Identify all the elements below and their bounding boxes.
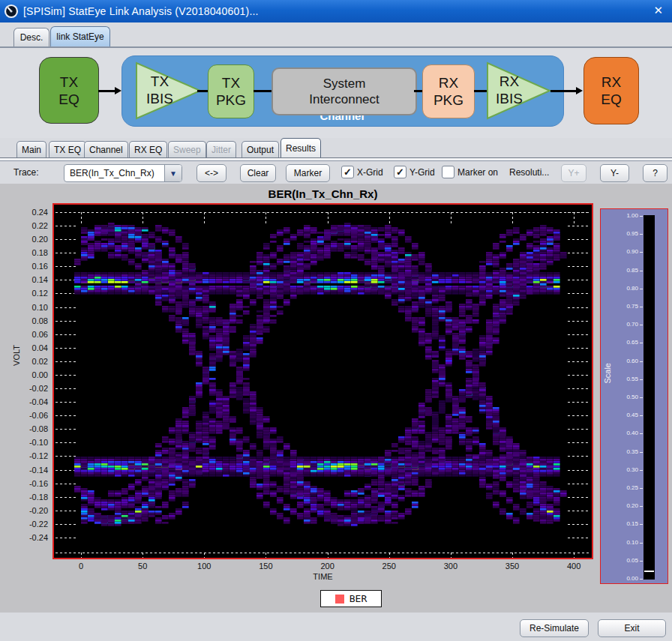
x-tick-label: 350	[496, 562, 529, 571]
y-grid-label: Y-Grid	[410, 167, 435, 178]
scale-tick-mark	[640, 343, 643, 343]
eye-diagram-plot[interactable]	[52, 203, 593, 559]
x-tick-label: 400	[557, 562, 590, 571]
scale-tick-label: 0.75	[613, 303, 638, 310]
legend-label: BER	[350, 593, 367, 604]
scale-tick-mark	[640, 379, 643, 380]
scale-tick-label: 0.10	[613, 539, 638, 546]
scale-tick-mark	[640, 252, 643, 253]
scale-tick-mark	[640, 216, 643, 217]
y-tick-label: 0.18	[15, 248, 48, 257]
marker-on-checkbox[interactable]	[442, 166, 454, 178]
tab-tx-eq[interactable]: TX EQ	[49, 141, 86, 157]
scale-tick-label: 0.25	[613, 484, 638, 491]
link-diagram: TXEQ Channel TXIBIS TXPKG SystemIntercon…	[0, 48, 672, 138]
top-tab-bar: Desc. link StatEye	[0, 22, 672, 46]
tab-link-stateye[interactable]: link StatEye	[50, 26, 110, 46]
marker-on-label: Marker on	[458, 167, 498, 178]
x-tick-label: 50	[126, 562, 159, 571]
y-tick-label: -0.10	[15, 438, 48, 447]
y-axis-title: VOLT	[12, 345, 21, 366]
tab-output[interactable]: Output	[242, 141, 279, 157]
scale-tick-label: 0.65	[613, 339, 638, 346]
y-tick-label: 0.12	[15, 289, 48, 298]
scale-tick-mark	[640, 307, 643, 307]
tab-results[interactable]: Results	[280, 138, 321, 157]
scale-tick-mark	[640, 524, 643, 525]
tab-channel[interactable]: Channel	[84, 141, 128, 157]
scale-tick-mark	[640, 579, 643, 580]
y-tick-label: 0.08	[15, 316, 48, 325]
scale-tick-label: 0.00	[613, 575, 638, 582]
y-tick-label: 0.24	[15, 208, 48, 217]
scale-tick-label: 0.90	[613, 248, 638, 255]
y-tick-label: -0.16	[15, 479, 48, 488]
y-minus-button[interactable]: Y-	[600, 164, 629, 182]
scale-tick-mark	[640, 506, 643, 507]
scale-tick-label: 0.95	[613, 230, 638, 237]
tab-sweep: Sweep	[168, 141, 206, 157]
clear-button[interactable]: Clear	[240, 164, 276, 182]
y-tick-label: 0.22	[15, 221, 48, 230]
y-tick-label: -0.20	[15, 506, 48, 515]
scale-tick-label: 0.50	[613, 394, 638, 400]
y-tick-label: -0.08	[15, 424, 48, 433]
plot-title: BER(In_Tx_Chn_Rx)	[52, 187, 593, 200]
scale-tick-label: 1.00	[613, 212, 638, 219]
y-tick-label: -0.04	[15, 397, 48, 406]
block-tx-ibis-label: TXIBIS	[138, 73, 182, 107]
resolution-label: Resoluti...	[509, 167, 549, 178]
scale-tick-label: 0.40	[613, 430, 638, 436]
x-tick-label: 300	[434, 562, 467, 571]
swap-button[interactable]: <->	[196, 164, 226, 182]
x-grid-checkbox[interactable]: ✓	[341, 166, 354, 178]
block-tx-eq: TXEQ	[39, 57, 99, 124]
exit-button[interactable]: Exit	[598, 619, 666, 637]
y-tick-label: 0.06	[15, 330, 48, 339]
scale-marker[interactable]	[644, 571, 654, 572]
y-tick-label: -0.02	[15, 384, 48, 393]
tab-main[interactable]: Main	[16, 141, 46, 157]
block-rx-ibis-label: RXIBIS	[488, 73, 531, 107]
tab-rx-eq[interactable]: RX EQ	[129, 141, 167, 157]
marker-button[interactable]: Marker	[286, 164, 330, 182]
scale-tick-mark	[640, 234, 643, 235]
scale-tick-label: 0.45	[613, 412, 638, 418]
y-tick-label: -0.24	[15, 533, 48, 542]
help-button[interactable]: ?	[643, 164, 668, 182]
app-logo-icon	[4, 4, 19, 19]
arrowhead-txeq-channel	[115, 87, 122, 94]
window-title: [SPISim] StatEye Link Analysis (V2018040…	[23, 5, 259, 17]
y-grid-checkbox[interactable]: ✓	[394, 166, 406, 178]
plot-panel: BER(In_Tx_Chn_Rx) 0.240.220.200.180.160.…	[0, 184, 672, 613]
arrow-channel-rxeq	[550, 90, 578, 92]
scale-tick-label: 0.85	[613, 267, 638, 274]
scale-tick-mark	[640, 543, 643, 544]
scale-tick-label: 0.80	[613, 285, 638, 292]
scale-bar[interactable]	[644, 215, 655, 580]
scale-tick-mark	[640, 415, 643, 416]
chevron-down-icon[interactable]: ▼	[164, 165, 182, 181]
bottom-bar: Re-Simulate Exit	[0, 613, 672, 641]
re-simulate-button[interactable]: Re-Simulate	[520, 619, 589, 637]
close-icon[interactable]: ✕	[653, 4, 663, 17]
scale-tick-label: 0.15	[613, 520, 638, 527]
y-tick-label: -0.12	[15, 451, 48, 460]
legend: BER	[320, 590, 382, 607]
scale-tick-mark	[640, 397, 643, 398]
y-tick-label: 0.16	[15, 262, 48, 271]
tab-desc[interactable]: Desc.	[14, 28, 50, 46]
y-tick-label: 0.10	[15, 303, 48, 312]
y-tick-label: 0.20	[15, 235, 48, 244]
x-tick-label: 100	[188, 562, 220, 571]
y-tick-label: -0.06	[15, 411, 48, 420]
block-rx-pkg: RXPKG	[422, 64, 475, 118]
tab-jitter: Jitter	[206, 141, 236, 157]
scale-tick-label: 0.30	[613, 466, 638, 473]
y-tick-label: -0.14	[15, 466, 48, 475]
trace-select[interactable]: BER(In_Tx_Chn_Rx) ▼	[64, 164, 182, 182]
scale-tick-mark	[640, 361, 643, 362]
scale-tick-label: 0.05	[613, 557, 638, 564]
eye-diagram-canvas[interactable]	[54, 205, 592, 558]
scale-panel: 1.000.950.900.850.800.750.700.650.600.55…	[600, 208, 668, 584]
